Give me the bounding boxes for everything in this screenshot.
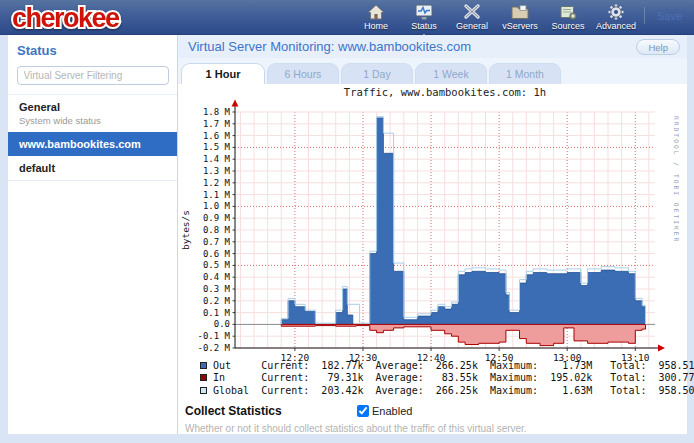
- nav-item-sources[interactable]: Sources: [544, 3, 592, 35]
- monitoring-content: 1.8 M1.7 M1.6 M1.5 M1.4 M1.3 M1.2 M1.1 M…: [178, 84, 687, 434]
- nav-item-home[interactable]: Home: [352, 3, 400, 35]
- sidebar-item-label: www.bambookites.com: [19, 138, 166, 150]
- vserver-filter-input[interactable]: [17, 66, 169, 85]
- enabled-checkbox[interactable]: [357, 405, 369, 417]
- vserver-list: GeneralSystem wide statuswww.bambookites…: [8, 94, 177, 181]
- tab-1-month[interactable]: 1 Month: [489, 63, 561, 84]
- svg-text:1.8 M: 1.8 M: [203, 107, 231, 117]
- help-button[interactable]: Help: [636, 39, 680, 55]
- svg-text:1.6 M: 1.6 M: [203, 131, 231, 141]
- rrdtool-watermark: RRDTOOL / TOBI OETIKER: [673, 116, 680, 243]
- svg-text:0.1 M: 0.1 M: [203, 308, 231, 318]
- sidebar-item-www-bambookites-com[interactable]: www.bambookites.com: [8, 132, 177, 156]
- legend-text: In Current: 79.31k Average: 83.55k Maxim…: [213, 372, 694, 383]
- save-area: Save: [644, 7, 682, 24]
- nav-item-advanced[interactable]: Advanced: [592, 3, 640, 35]
- legend-text: Global Current: 203.42k Average: 266.25k…: [213, 385, 694, 396]
- nav-label: Advanced: [596, 21, 636, 31]
- svg-text:0.7 M: 0.7 M: [203, 237, 231, 247]
- tab-6-hours[interactable]: 6 Hours: [267, 63, 339, 84]
- legend-row-out: Out Current: 182.77k Average: 266.25k Ma…: [200, 359, 694, 372]
- legend-swatch-in: [200, 374, 207, 381]
- main-panel: Virtual Server Monitoring: www.bambookit…: [178, 35, 687, 434]
- svg-text:1.3 M: 1.3 M: [203, 166, 231, 176]
- gear-icon: [605, 3, 627, 22]
- main-header: Virtual Server Monitoring: www.bambookit…: [178, 35, 687, 58]
- svg-text:1.1 M: 1.1 M: [203, 190, 231, 200]
- svg-text:-0.2 M: -0.2 M: [197, 343, 230, 353]
- legend-swatch-out: [200, 362, 207, 369]
- tab-1-day[interactable]: 1 Day: [341, 63, 413, 84]
- svg-text:1.7 M: 1.7 M: [203, 119, 231, 129]
- home-icon: [365, 3, 387, 22]
- svg-text:1.5 M: 1.5 M: [203, 142, 231, 152]
- page-body: Status GeneralSystem wide statuswww.bamb…: [0, 35, 694, 434]
- save-button[interactable]: Save: [657, 10, 682, 22]
- vservers-icon: [509, 3, 531, 22]
- sources-icon: [557, 3, 579, 22]
- enabled-label: Enabled: [372, 405, 412, 417]
- sidebar-item-default[interactable]: default: [8, 156, 177, 181]
- sidebar-item-label: General: [19, 101, 166, 113]
- top-navigation: HomeStatusGeneralvServersSourcesAdvanced: [352, 3, 640, 35]
- traffic-chart-svg: 1.8 M1.7 M1.6 M1.5 M1.4 M1.3 M1.2 M1.1 M…: [178, 84, 687, 364]
- sidebar-item-general[interactable]: GeneralSystem wide status: [8, 95, 177, 132]
- svg-text:0.0: 0.0: [214, 319, 230, 329]
- svg-text:0.6 M: 0.6 M: [203, 249, 231, 259]
- svg-text:0.3 M: 0.3 M: [203, 284, 231, 294]
- svg-text:0.8 M: 0.8 M: [203, 225, 231, 235]
- logo-text: cherokee: [12, 3, 120, 33]
- cherokee-logo[interactable]: cherokee: [8, 2, 150, 34]
- nav-label: Home: [364, 21, 388, 31]
- legend-row-global: Global Current: 203.42k Average: 266.25k…: [200, 384, 694, 397]
- svg-text:-0.1 M: -0.1 M: [197, 331, 230, 341]
- nav-item-general[interactable]: General: [448, 3, 496, 35]
- svg-text:0.2 M: 0.2 M: [203, 296, 231, 306]
- collect-statistics-label: Collect Statistics: [185, 404, 357, 418]
- svg-text:1.4 M: 1.4 M: [203, 154, 231, 164]
- svg-text:0.9 M: 0.9 M: [203, 213, 231, 223]
- svg-text:1.2 M: 1.2 M: [203, 178, 231, 188]
- topbar: cherokee HomeStatusGeneralvServersSource…: [0, 0, 694, 35]
- svg-text:0.4 M: 0.4 M: [203, 272, 231, 282]
- chart-ylabel: bytes/s: [180, 210, 191, 250]
- svg-text:1.0 M: 1.0 M: [203, 201, 231, 211]
- sidebar-item-label: default: [19, 162, 166, 174]
- tools-icon: [461, 3, 483, 22]
- chart-title: Traffic, www.bambookites.com: 1h: [344, 86, 546, 98]
- nav-label: Sources: [551, 21, 584, 31]
- tab-1-week[interactable]: 1 Week: [415, 63, 487, 84]
- tab-bar: 1 Hour6 Hours1 Day1 Week1 Month: [178, 58, 687, 84]
- svg-text:0.5 M: 0.5 M: [203, 260, 231, 270]
- nav-label: General: [456, 21, 488, 31]
- nav-label: vServers: [502, 21, 538, 31]
- collect-statistics-section: Collect Statistics Enabled Whether or no…: [185, 404, 681, 434]
- nav-item-status[interactable]: Status: [400, 3, 448, 35]
- topbar-divider: [644, 7, 645, 24]
- status-icon: [413, 3, 435, 22]
- collect-statistics-description: Whether or not it should collect statist…: [185, 423, 681, 434]
- legend-text: Out Current: 182.77k Average: 266.25k Ma…: [213, 360, 694, 371]
- nav-item-vservers[interactable]: vServers: [496, 3, 544, 35]
- sidebar: Status GeneralSystem wide statuswww.bamb…: [8, 35, 178, 434]
- legend-row-in: In Current: 79.31k Average: 83.55k Maxim…: [200, 372, 694, 385]
- legend-swatch-global: [200, 387, 207, 394]
- sidebar-item-sublabel: System wide status: [19, 115, 166, 126]
- tab-1-hour[interactable]: 1 Hour: [181, 63, 265, 84]
- page-title: Virtual Server Monitoring: www.bambookit…: [188, 39, 471, 54]
- sidebar-title: Status: [8, 35, 177, 66]
- nav-label: Status: [411, 21, 437, 31]
- chart-legend: Out Current: 182.77k Average: 266.25k Ma…: [200, 359, 694, 397]
- enabled-checkbox-group: Enabled: [357, 405, 412, 417]
